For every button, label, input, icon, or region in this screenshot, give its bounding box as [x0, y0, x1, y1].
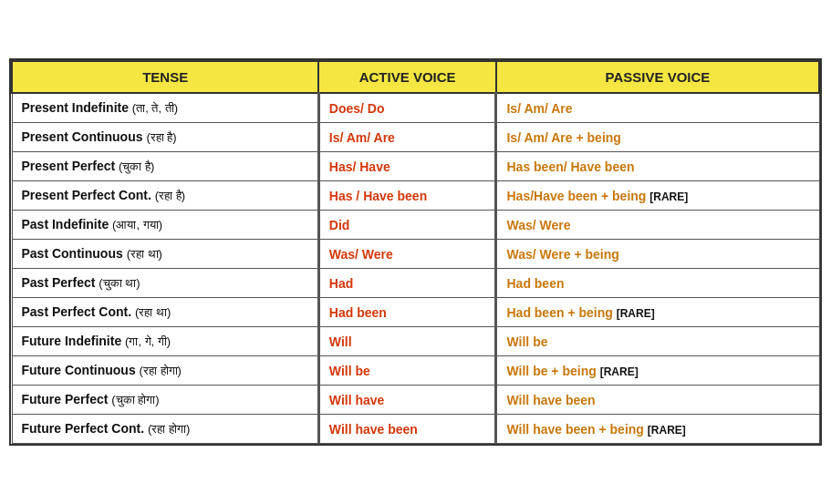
tense-cell: Present Perfect (चुका है)	[12, 152, 318, 181]
tense-cell: Future Perfect (चुका होगा)	[12, 386, 318, 415]
tense-cell: Present Indefinite (ता, ते, ती)	[12, 93, 318, 123]
active-value: Will	[329, 334, 352, 349]
passive-value: Had been + being	[506, 305, 612, 320]
tense-name: Past Indefinite	[22, 217, 109, 231]
tense-name: Past Perfect Cont.	[22, 304, 132, 319]
passive-value: Was/ Were + being	[506, 247, 618, 262]
table-row: Past Perfect Cont. (रहा था)Had beenHad b…	[12, 298, 819, 327]
table-row: Past Continuous (रहा था)Was/ WereWas/ We…	[12, 240, 819, 269]
active-value: Will be	[329, 364, 370, 378]
passive-value: Will have been + being	[506, 422, 643, 437]
passive-cell: Will be + being [RARE]	[496, 356, 819, 386]
tense-hindi: (रहा है)	[155, 189, 185, 202]
passive-value: Had been	[506, 276, 564, 291]
tense-hindi: (ता, ते, ती)	[132, 101, 178, 115]
passive-cell: Had been	[496, 269, 819, 298]
passive-value: Is/ Am/ Are + being	[506, 130, 620, 145]
tense-cell: Future Continuous (रहा होगा)	[12, 356, 318, 386]
passive-cell: Is/ Am/ Are + being	[496, 123, 819, 152]
passive-cell: Has been/ Have been	[496, 152, 819, 181]
passive-value: Was/ Were	[506, 218, 570, 232]
rare-label: [RARE]	[600, 365, 639, 378]
passive-value: Will be + being	[506, 364, 596, 378]
passive-cell: Has/Have been + being [RARE]	[496, 181, 819, 211]
table-row: Present Indefinite (ता, ते, ती)Does/ DoI…	[12, 93, 819, 123]
passive-value: Will have been	[506, 393, 595, 407]
active-cell: Does/ Do	[318, 93, 496, 123]
passive-cell: Will have been + being [RARE]	[496, 415, 819, 444]
table-row: Past Perfect (चुका था)HadHad been	[12, 269, 819, 298]
table-row: Present Perfect (चुका है)Has/ HaveHas be…	[12, 152, 819, 181]
grammar-table: TENSE ACTIVE VOICE PASSIVE VOICE Present…	[9, 58, 822, 446]
rare-label: [RARE]	[649, 190, 688, 203]
passive-value: Has been/ Have been	[506, 159, 634, 174]
table-row: Future Perfect (चुका होगा)Will haveWill …	[12, 386, 819, 415]
passive-value: Is/ Am/ Are	[506, 101, 572, 116]
table-row: Future Indefinite (गा, गे, गी)WillWill b…	[12, 327, 819, 356]
tense-cell: Past Indefinite (आया, गया)	[12, 211, 318, 240]
active-cell: Is/ Am/ Are	[318, 123, 496, 152]
active-cell: Will have been	[318, 415, 496, 444]
tense-hindi: (रहा था)	[127, 247, 162, 261]
tense-hindi: (चुका है)	[119, 159, 154, 173]
tense-name: Present Perfect Cont.	[22, 188, 151, 202]
active-cell: Had been	[318, 298, 496, 327]
active-cell: Will be	[318, 356, 496, 386]
table-row: Present Perfect Cont. (रहा है)Has / Have…	[12, 181, 819, 211]
passive-cell: Is/ Am/ Are	[496, 93, 819, 123]
header-tense: TENSE	[12, 61, 318, 93]
tense-name: Past Continuous	[22, 246, 123, 261]
passive-cell: Will have been	[496, 386, 819, 415]
active-cell: Was/ Were	[318, 240, 496, 269]
active-cell: Has/ Have	[318, 152, 496, 181]
tense-hindi: (रहा होगा)	[140, 364, 182, 377]
tense-cell: Future Perfect Cont. (रहा होगा)	[12, 415, 318, 444]
active-cell: Did	[318, 211, 496, 240]
tense-name: Past Perfect	[22, 275, 96, 290]
header-passive: PASSIVE VOICE	[496, 61, 819, 93]
passive-value: Will be	[506, 334, 547, 349]
tense-cell: Past Perfect Cont. (रहा था)	[12, 298, 318, 327]
tense-hindi: (चुका होगा)	[111, 393, 159, 406]
tense-hindi: (चुका था)	[99, 276, 140, 290]
active-value: Will have been	[329, 422, 418, 437]
active-value: Is/ Am/ Are	[329, 130, 395, 145]
active-value: Will have	[329, 393, 385, 407]
table-row: Past Indefinite (आया, गया)DidWas/ Were	[12, 211, 819, 240]
tense-hindi: (रहा था)	[135, 305, 171, 319]
passive-cell: Had been + being [RARE]	[496, 298, 819, 327]
tense-cell: Present Continuous (रहा है)	[12, 123, 318, 152]
tense-cell: Future Indefinite (गा, गे, गी)	[12, 327, 318, 356]
active-value: Did	[329, 218, 350, 232]
tense-cell: Past Continuous (रहा था)	[12, 240, 318, 269]
tense-name: Present Indefinite	[22, 100, 129, 115]
tense-hindi: (रहा है)	[146, 130, 176, 144]
active-value: Has/ Have	[329, 159, 390, 174]
passive-cell: Was/ Were + being	[496, 240, 819, 269]
table-row: Future Continuous (रहा होगा)Will beWill …	[12, 356, 819, 386]
passive-value: Has/Have been + being	[506, 189, 646, 203]
active-value: Has / Have been	[329, 189, 427, 203]
rare-label: [RARE]	[648, 424, 686, 437]
active-value: Had been	[329, 305, 387, 320]
tense-hindi: (गा, गे, गी)	[125, 334, 171, 348]
table-row: Future Perfect Cont. (रहा होगा)Will have…	[12, 415, 819, 444]
tense-name: Future Indefinite	[22, 334, 122, 348]
tense-name: Future Perfect	[22, 392, 109, 406]
active-value: Had	[329, 276, 353, 291]
tense-hindi: (आया, गया)	[112, 218, 162, 231]
table-row: Present Continuous (रहा है)Is/ Am/ AreIs…	[12, 123, 819, 152]
active-cell: Will	[318, 327, 496, 356]
passive-cell: Will be	[496, 327, 819, 356]
tense-name: Present Continuous	[22, 129, 143, 144]
tense-cell: Past Perfect (चुका था)	[12, 269, 318, 298]
tense-cell: Present Perfect Cont. (रहा है)	[12, 181, 318, 211]
active-cell: Had	[318, 269, 496, 298]
tense-name: Future Perfect Cont.	[22, 421, 145, 436]
active-value: Does/ Do	[329, 101, 385, 116]
tense-name: Present Perfect	[22, 159, 116, 173]
active-cell: Has / Have been	[318, 181, 496, 211]
active-cell: Will have	[318, 386, 496, 415]
active-value: Was/ Were	[329, 247, 393, 262]
passive-cell: Was/ Were	[496, 211, 819, 240]
